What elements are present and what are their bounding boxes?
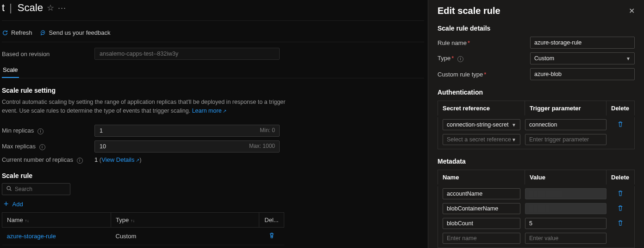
custom-type-label: Custom rule type* bbox=[438, 71, 530, 78]
divider bbox=[2, 20, 424, 21]
add-rule-label: Add bbox=[13, 201, 23, 208]
trigger-param-input[interactable] bbox=[525, 119, 606, 130]
info-icon[interactable]: i bbox=[39, 144, 45, 150]
rules-table-header: Name↑↓ Type↑↓ Del... bbox=[2, 212, 284, 227]
delete-rule-button[interactable] bbox=[269, 233, 275, 240]
meta-name-input[interactable] bbox=[443, 203, 520, 214]
custom-type-row: Custom rule type* bbox=[438, 68, 635, 80]
refresh-label: Refresh bbox=[11, 29, 32, 36]
custom-type-input[interactable] bbox=[530, 68, 635, 80]
learn-more-link[interactable]: Learn more bbox=[192, 108, 227, 114]
secret-ref-value: connection-string-secret bbox=[447, 121, 508, 128]
revision-row: Based on revision ansalemo-capps-test--8… bbox=[2, 48, 424, 60]
add-rule-button[interactable]: + Add bbox=[4, 201, 23, 208]
info-icon[interactable]: i bbox=[77, 158, 83, 164]
rule-name-label-text: Rule name bbox=[438, 39, 467, 46]
scale-setting-header: Scale rule setting bbox=[2, 87, 424, 94]
rule-name-row: Rule name* bbox=[438, 37, 635, 49]
meta-grid-header: Name Value Delete bbox=[438, 170, 635, 184]
close-panel-button[interactable]: ✕ bbox=[629, 6, 635, 15]
meta-name-input[interactable] bbox=[443, 218, 520, 229]
col-name-label: Name bbox=[7, 216, 23, 223]
delete-meta-row-button[interactable] bbox=[617, 220, 624, 228]
current-replicas-label-text: Current number of replicas bbox=[2, 156, 73, 163]
current-replicas-row: Current number of replicas i 1 (View Det… bbox=[2, 156, 424, 164]
desc-text: Control automatic scaling by setting the… bbox=[2, 99, 285, 114]
type-label: Type* i bbox=[438, 55, 530, 62]
rule-link[interactable]: azure-storage-rule bbox=[7, 233, 56, 240]
col-delete: Delete bbox=[606, 170, 634, 184]
feedback-label: Send us your feedback bbox=[49, 29, 111, 36]
scale-setting-desc: Control automatic scaling by setting the… bbox=[2, 98, 289, 115]
meta-grid-body bbox=[438, 184, 635, 248]
meta-value-input[interactable] bbox=[525, 188, 606, 199]
delete-meta-row-button[interactable] bbox=[617, 191, 624, 198]
rule-name-input[interactable] bbox=[530, 37, 635, 49]
scale-rule-header: Scale rule bbox=[2, 172, 424, 179]
svg-line-2 bbox=[10, 189, 11, 190]
meta-value-input-new[interactable] bbox=[525, 233, 606, 244]
more-menu-icon[interactable]: ··· bbox=[58, 3, 66, 13]
min-replicas-input[interactable] bbox=[94, 125, 280, 137]
svg-point-1 bbox=[7, 186, 10, 190]
secret-ref-select-new[interactable]: Select a secret reference▼ bbox=[443, 134, 520, 145]
breadcrumb-separator: | bbox=[9, 2, 12, 14]
meta-value-input[interactable] bbox=[525, 203, 606, 214]
rule-name-label: Rule name* bbox=[438, 39, 530, 46]
rule-search-input[interactable] bbox=[15, 186, 66, 192]
type-select[interactable]: Custom ▼ bbox=[530, 52, 635, 64]
max-replicas-row: Max replicas i Max: 1000 bbox=[2, 140, 424, 153]
panel-title: Edit scale rule bbox=[438, 6, 500, 16]
max-replicas-label-text: Max replicas bbox=[2, 143, 36, 150]
rules-table: Name↑↓ Type↑↓ Del... azure-storage-rule … bbox=[2, 212, 284, 245]
meta-name-input-new[interactable] bbox=[443, 233, 520, 244]
meta-value-input[interactable] bbox=[525, 218, 606, 229]
col-type[interactable]: Type↑↓ bbox=[111, 212, 259, 227]
rule-search-box[interactable] bbox=[2, 183, 70, 195]
min-replicas-label: Min replicas i bbox=[2, 127, 94, 134]
col-delete: Delete bbox=[606, 101, 634, 115]
secret-ref-placeholder: Select a secret reference bbox=[447, 136, 511, 143]
secret-ref-select[interactable]: connection-string-secret▼ bbox=[443, 119, 520, 130]
delete-auth-row-button[interactable] bbox=[617, 121, 624, 129]
view-details-link[interactable]: View Details bbox=[101, 156, 139, 163]
col-trigger-param: Trigger parameter bbox=[525, 101, 606, 115]
max-replicas-label: Max replicas i bbox=[2, 143, 94, 150]
table-row: azure-storage-rule Custom bbox=[2, 227, 284, 245]
meta-row bbox=[438, 216, 635, 231]
current-replicas-value: 1 (View Details) bbox=[94, 156, 142, 163]
col-meta-name: Name bbox=[438, 170, 525, 184]
breadcrumb: t | Scale ☆ ··· bbox=[2, 0, 424, 18]
current-replicas-label: Current number of replicas i bbox=[2, 156, 94, 164]
refresh-button[interactable]: Refresh bbox=[2, 29, 32, 36]
auth-grid-header: Secret reference Trigger parameter Delet… bbox=[438, 101, 635, 115]
max-replicas-input-wrap: Max: 1000 bbox=[94, 140, 280, 153]
auth-row-new: Select a secret reference▼ bbox=[438, 132, 635, 149]
tab-scale[interactable]: Scale bbox=[2, 64, 19, 78]
min-replicas-hint: Min: 0 bbox=[260, 127, 275, 134]
feedback-button[interactable]: Send us your feedback bbox=[40, 29, 111, 36]
rule-type-cell: Custom bbox=[111, 227, 259, 245]
delete-meta-row-button[interactable] bbox=[617, 205, 624, 213]
col-delete: Del... bbox=[259, 212, 284, 227]
type-select-value: Custom bbox=[534, 55, 554, 62]
svg-point-0 bbox=[42, 32, 44, 33]
auth-row: connection-string-secret▼ bbox=[438, 117, 635, 132]
meta-row-new bbox=[438, 231, 635, 248]
col-name[interactable]: Name↑↓ bbox=[2, 212, 111, 227]
min-replicas-label-text: Min replicas bbox=[2, 127, 34, 134]
divider bbox=[2, 42, 424, 42]
feedback-icon bbox=[40, 30, 46, 36]
chevron-down-icon: ▼ bbox=[512, 137, 516, 142]
meta-name-input[interactable] bbox=[443, 188, 520, 199]
favorite-star-icon[interactable]: ☆ bbox=[47, 3, 54, 13]
custom-type-label-text: Custom rule type bbox=[438, 71, 483, 78]
revision-readonly-input: ansalemo-capps-test--832iw3y bbox=[94, 48, 280, 60]
info-icon[interactable]: i bbox=[457, 56, 463, 62]
trigger-param-input-new[interactable] bbox=[525, 134, 606, 145]
info-icon[interactable]: i bbox=[38, 128, 44, 134]
auth-grid-body: connection-string-secret▼ Select a secre… bbox=[438, 115, 635, 149]
type-row: Type* i Custom ▼ bbox=[438, 52, 635, 64]
meta-row bbox=[438, 201, 635, 216]
plus-icon: + bbox=[4, 201, 9, 207]
